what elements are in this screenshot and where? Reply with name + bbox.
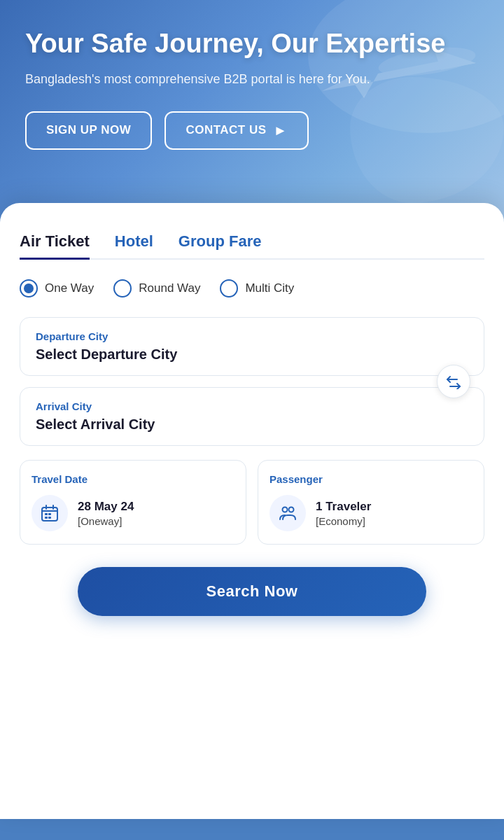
radio-round-way-circle [113,279,132,298]
contact-label: CONTACT US [186,123,266,137]
passenger-value2: [Economy] [316,515,371,527]
passenger-icon-circle [270,495,306,531]
svg-rect-2 [45,513,48,515]
svg-rect-5 [48,517,51,519]
tab-bar: Air Ticket Hotel Group Fare [20,225,484,260]
hero-section: Your Safe Journey, Our Expertise Banglad… [0,0,504,224]
hero-buttons: SIGN UP NOW CONTACT US ► [25,111,479,150]
passenger-label: Passenger [270,473,472,485]
radio-round-way[interactable]: Round Way [113,279,200,298]
passenger-field[interactable]: Passenger 1 Traveler [Economy] [258,460,484,545]
radio-multi-city-circle [220,279,238,298]
travel-date-label: Travel Date [31,473,234,485]
departure-label: Departure City [36,330,468,342]
tab-hotel[interactable]: Hotel [115,225,153,260]
contact-button[interactable]: CONTACT US ► [164,111,308,150]
svg-rect-3 [48,513,51,515]
passengers-icon [278,503,298,523]
swap-icon [446,374,461,389]
main-card: Air Ticket Hotel Group Fare One Way Roun… [0,203,504,819]
svg-rect-4 [45,517,48,519]
swap-cities-button[interactable] [437,365,470,398]
radio-one-way-label: One Way [45,281,94,295]
travel-date-field[interactable]: Travel Date 28 May 24 [Oneway] [20,460,246,545]
radio-multi-city-label: Multi City [245,281,294,295]
passenger-value1: 1 Traveler [316,499,371,514]
calendar-icon-circle [31,495,68,531]
calendar-icon [40,503,59,523]
bottom-row: Travel Date 28 May 24 [Oneway] [20,460,484,545]
search-button[interactable]: Search Now [78,567,426,616]
arrival-value: Select Arrival City [36,416,468,433]
travel-date-value1: 28 May 24 [78,499,134,514]
passenger-inner: 1 Traveler [Economy] [270,495,472,531]
tab-group-fare[interactable]: Group Fare [178,225,262,260]
signup-button[interactable]: SIGN UP NOW [25,111,152,150]
city-fields-wrapper: Departure City Select Departure City Arr… [20,317,484,446]
trip-type-group: One Way Round Way Multi City [20,279,484,298]
arrival-label: Arrival City [36,400,468,412]
svg-point-7 [289,507,294,512]
radio-multi-city[interactable]: Multi City [220,279,294,298]
arrival-field[interactable]: Arrival City Select Arrival City [20,387,484,446]
tab-air-ticket[interactable]: Air Ticket [20,225,90,260]
svg-point-6 [283,507,288,512]
radio-one-way[interactable]: One Way [20,279,94,298]
hero-subtitle: Bangladesh's most comprehensive B2B port… [25,70,479,89]
radio-round-way-label: Round Way [139,281,200,295]
travel-date-inner: 28 May 24 [Oneway] [31,495,234,531]
hero-title: Your Safe Journey, Our Expertise [25,28,479,60]
radio-one-way-circle [20,279,38,298]
departure-field[interactable]: Departure City Select Departure City [20,317,484,376]
departure-value: Select Departure City [36,346,468,363]
travel-date-value2: [Oneway] [78,515,134,527]
arrow-icon: ► [274,122,288,139]
passenger-text: 1 Traveler [Economy] [316,499,371,526]
travel-date-text: 28 May 24 [Oneway] [78,499,134,526]
